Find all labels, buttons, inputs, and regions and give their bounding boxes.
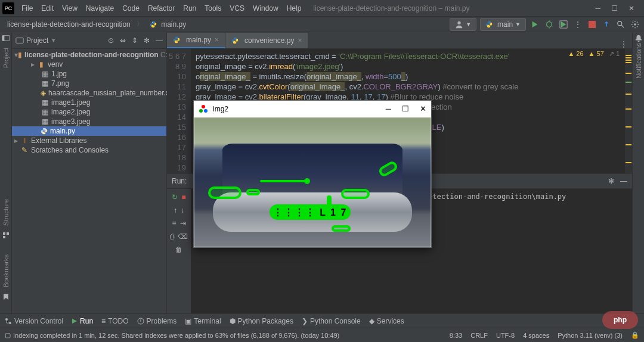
tree-scratches[interactable]: ✎ Scratches and Consoles <box>12 145 166 155</box>
structure-tool-label[interactable]: Structure <box>2 199 10 226</box>
notifications-label[interactable]: Notifications <box>635 43 642 79</box>
menu-file[interactable]: File <box>21 4 33 13</box>
tree-file[interactable]: ▦7.png <box>12 79 166 88</box>
error-stripe[interactable] <box>625 49 632 173</box>
tree-file[interactable]: ▦image1.jpeg <box>12 98 166 107</box>
folder-icon: ▮ <box>18 51 22 59</box>
delete-icon[interactable]: 🗑 <box>175 245 182 254</box>
problems-tool[interactable]: Problems <box>137 317 177 325</box>
menu-navigate[interactable]: Navigate <box>86 4 114 13</box>
typo-indicator[interactable]: ↗ 1 <box>609 50 620 58</box>
line-separator[interactable]: CRLF <box>470 332 488 339</box>
terminal-tool[interactable]: ▣Terminal <box>185 317 221 325</box>
python-interpreter[interactable]: Python 3.11 (venv) (3) <box>558 332 623 339</box>
tree-external-libs[interactable]: ▸ ⫴ External Libraries <box>12 136 166 145</box>
git-update-button[interactable] <box>601 19 612 30</box>
services-tool[interactable]: ◆Services <box>369 317 404 325</box>
weak-warning-indicator[interactable]: ▲ 57 <box>589 50 604 58</box>
menu-view[interactable]: View <box>62 4 78 13</box>
editor-tab-convenience[interactable]: convenience.py × <box>225 33 308 48</box>
structure-tool-icon[interactable] <box>1 231 11 240</box>
run-configuration-selector[interactable]: main ▼ <box>480 18 526 31</box>
tree-file[interactable]: ▦1.jpg <box>12 69 166 79</box>
tree-file-selected[interactable]: main.py <box>12 126 166 136</box>
project-tree[interactable]: ▾ ▮ license-plate-detection-and-recognit… <box>12 49 166 313</box>
popup-minimize-icon[interactable]: ─ <box>386 104 391 113</box>
opencv-image-window[interactable]: img2 ─ ☐ ✕ ⋮⋮⋮⋮ L 1 7 <box>193 100 432 248</box>
tree-venv[interactable]: ▸ ▮ venv <box>12 60 166 69</box>
stop-button[interactable] <box>587 19 597 30</box>
rerun-icon[interactable]: ↻ <box>172 193 178 201</box>
indent-setting[interactable]: 4 spaces <box>523 332 549 339</box>
tab-close-icon[interactable]: × <box>215 36 219 44</box>
breadcrumb-file[interactable]: main.py <box>146 19 190 30</box>
soft-wrap-icon[interactable]: ≡ <box>172 219 176 228</box>
select-opened-file-icon[interactable]: ⊙ <box>108 36 114 45</box>
tab-close-icon[interactable]: × <box>298 36 302 45</box>
project-tool-icon[interactable] <box>1 33 11 43</box>
close-icon[interactable]: ✕ <box>628 4 634 13</box>
minimize-icon[interactable]: ─ <box>595 4 600 13</box>
menu-help[interactable]: Help <box>287 4 302 13</box>
expand-all-icon[interactable]: ⇔ <box>120 36 126 45</box>
menu-window[interactable]: Window <box>253 4 278 13</box>
tree-root[interactable]: ▾ ▮ license-plate-detection-and-recognit… <box>12 50 166 60</box>
search-everywhere-button[interactable] <box>615 19 626 30</box>
settings-button[interactable] <box>630 19 640 30</box>
collapse-all-icon[interactable]: ⇕ <box>132 36 138 45</box>
run-button[interactable] <box>530 19 540 30</box>
print-icon[interactable]: ⎙ <box>170 232 174 241</box>
caret-position[interactable]: 8:33 <box>450 332 462 339</box>
run-tool[interactable]: Run <box>72 317 93 325</box>
svg-rect-8 <box>2 36 4 41</box>
svg-point-1 <box>154 27 154 27</box>
scroll-end-icon[interactable]: ⇥ <box>180 219 186 228</box>
menu-tools[interactable]: Tools <box>205 4 221 13</box>
popup-titlebar[interactable]: img2 ─ ☐ ✕ <box>194 101 431 117</box>
hide-panel-icon[interactable]: — <box>156 36 163 45</box>
bookmarks-tool-label[interactable]: Bookmarks <box>2 254 10 287</box>
project-tool-label[interactable]: Project <box>2 48 10 68</box>
svg-rect-11 <box>3 236 5 238</box>
menu-edit[interactable]: Edit <box>41 4 54 13</box>
python-console-tool[interactable]: ❯Python Console <box>302 317 361 325</box>
file-encoding[interactable]: UTF-8 <box>496 332 515 339</box>
python-packages-tool[interactable]: ⬢Python Packages <box>230 317 293 325</box>
code-with-me-button[interactable]: ▼ <box>450 18 476 31</box>
menu-code[interactable]: Code <box>122 4 140 13</box>
breadcrumb-project[interactable]: license-plate-detection-and-recognition <box>4 19 134 30</box>
clear-icon[interactable]: ⌫ <box>178 232 188 241</box>
bookmarks-tool-icon[interactable] <box>1 292 11 301</box>
editor-tab-main[interactable]: main.py × <box>167 33 225 48</box>
maximize-icon[interactable]: ☐ <box>611 4 618 13</box>
more-run-button[interactable]: ⋮ <box>572 19 583 30</box>
down-icon[interactable]: ↓ <box>181 206 184 214</box>
tree-file[interactable]: ▦image2.jpeg <box>12 107 166 117</box>
warning-indicator[interactable]: ▲ 26 <box>568 50 583 58</box>
debug-button[interactable] <box>544 19 555 30</box>
lock-icon[interactable]: 🔒 <box>631 331 639 339</box>
notifications-icon[interactable] <box>634 33 643 43</box>
status-bar: ▢ Indexing completed in 1 min, 12 sec. S… <box>0 328 644 342</box>
menu-refactor[interactable]: Refactor <box>148 4 175 13</box>
menu-vcs[interactable]: VCS <box>230 4 244 13</box>
run-settings-icon[interactable]: ✻ <box>608 177 614 185</box>
inspection-indicators[interactable]: ▲ 26 ▲ 57 ↗ 1 ⌄ <box>568 50 630 58</box>
popup-maximize-icon[interactable]: ☐ <box>402 104 409 113</box>
panel-settings-icon[interactable]: ✻ <box>144 36 150 45</box>
version-control-tool[interactable]: Version Control <box>5 317 63 325</box>
todo-tool[interactable]: ≡TODO <box>101 317 128 325</box>
tree-file[interactable]: ▦image3.jpeg <box>12 117 166 126</box>
popup-close-icon[interactable]: ✕ <box>420 104 426 113</box>
stop-icon[interactable]: ■ <box>181 193 185 201</box>
terminal-icon: ▣ <box>185 317 191 325</box>
menu-run[interactable]: Run <box>183 4 196 13</box>
tool-windows-icon[interactable]: ▢ <box>5 331 11 339</box>
hide-run-panel-icon[interactable]: — <box>620 177 627 185</box>
up-icon[interactable]: ↑ <box>174 206 177 214</box>
breadcrumb: license-plate-detection-and-recognition … <box>4 19 190 30</box>
run-coverage-button[interactable] <box>558 19 569 30</box>
chevron-down-icon[interactable]: ▼ <box>51 38 56 43</box>
tree-file[interactable]: ◈haarcascade_russian_plate_number.xml <box>12 88 166 98</box>
tabs-more-icon[interactable]: ⋮ <box>615 40 632 48</box>
